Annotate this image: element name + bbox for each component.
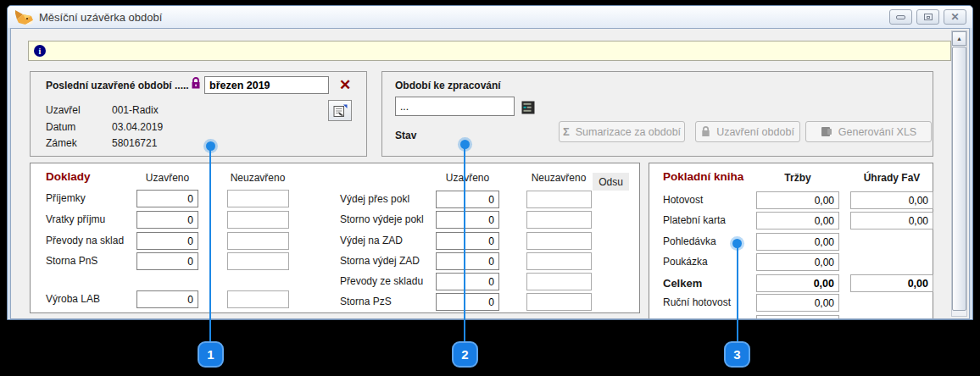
column-header-closed: Uzavřeno (136, 172, 198, 184)
open-count-field (227, 211, 289, 229)
lock-number-value: 58016721 (112, 137, 157, 149)
open-count-field (526, 273, 592, 290)
documents-title: Doklady (46, 170, 91, 183)
callout-dot-1 (206, 141, 215, 151)
closed-count-field (436, 293, 499, 311)
open-count-field (227, 252, 289, 270)
close-icon: ✕ (950, 12, 959, 22)
row-label: Storna PzS (340, 296, 392, 307)
period-list-icon (521, 101, 535, 114)
info-bar: i (28, 41, 951, 61)
closed-count-field (136, 290, 198, 308)
row-label: Pohledávka (663, 235, 716, 247)
sales-total-field (756, 274, 839, 292)
info-icon: i (34, 45, 46, 57)
arrow-up-icon: ▲ (956, 36, 962, 41)
row-label: Výdej na ZAD (340, 235, 403, 246)
row-label: Poukázka (663, 256, 708, 268)
row-label: Vratky příjmu (46, 213, 105, 225)
open-count-field (526, 293, 592, 311)
row-label: Výroba LAB (46, 293, 100, 305)
closed-count-field (136, 211, 198, 229)
sigma-icon: Σ (563, 125, 570, 138)
vertical-scrollbar[interactable]: ▲ (951, 30, 967, 317)
documents-panel: Doklady Uzavřeno Neuzavřeno Uzavřeno Neu… (30, 163, 640, 313)
close-period-button[interactable]: Uzavření období (695, 121, 800, 142)
closed-count-field (436, 273, 499, 290)
generate-xls-button-label: Generování XLS (838, 126, 916, 138)
invoices-amount-field (850, 212, 933, 229)
row-label: Převody na sklad (46, 235, 124, 246)
column-header-invoices: Úhrady FaV (850, 172, 933, 184)
last-period-input[interactable] (204, 76, 329, 94)
date-label: Datum (46, 121, 75, 133)
gray-lock-icon (701, 126, 710, 137)
closed-count-field (136, 190, 198, 207)
last-closed-period-group: Poslední uzavřené období ..... ✕ Uzavřel (30, 71, 367, 157)
row-label: Storna PnS (46, 255, 97, 267)
scrollbar-up-button[interactable]: ▲ (952, 31, 966, 46)
maximize-icon (924, 14, 933, 20)
app-window: Měsíční uzávěrka období ✕ i ▲ Poslední u… (7, 5, 973, 320)
closed-count-field (436, 191, 499, 208)
row-label: Ruční hotovost (663, 296, 731, 308)
window-title: Měsíční uzávěrka období (39, 11, 162, 24)
callout-line-3 (737, 243, 738, 342)
row-label: Hotovost (663, 194, 703, 206)
cash-book-title: Pokladní kniha (663, 170, 743, 183)
summarize-period-button[interactable]: Σ Sumarizace za období (559, 121, 685, 142)
column-header-closed-2: Uzavřeno (436, 172, 499, 184)
column-header-sales: Tržby (756, 172, 839, 184)
total-row-label: Celkem (663, 277, 702, 290)
title-bar: Měsíční uzávěrka období ✕ (8, 6, 972, 28)
odsun-button[interactable]: Odsu (593, 173, 629, 191)
invoices-total-field (850, 274, 933, 292)
closed-count-field (436, 232, 499, 250)
sales-amount-field (756, 191, 839, 209)
callout-line-1 (209, 146, 211, 342)
closed-count-field (436, 211, 499, 229)
properties-button[interactable] (328, 100, 352, 121)
open-count-field (227, 232, 289, 250)
closed-count-field (136, 252, 198, 270)
cash-book-panel: Pokladní kniha Tržby Úhrady FaV Hotovost… (649, 163, 933, 319)
row-label: Platební karta (663, 214, 726, 226)
callout-dot-3 (732, 239, 742, 248)
callout-badge-2: 2 (452, 341, 478, 368)
row-label: Storna výdej ZAD (340, 255, 420, 267)
open-count-field (526, 191, 592, 208)
closed-count-field (136, 232, 198, 250)
closed-count-field (436, 252, 499, 270)
minimize-button[interactable] (889, 9, 912, 25)
processing-period-label: Období ke zpracování (395, 80, 501, 91)
closed-by-label: Uzavřel (46, 104, 81, 116)
sales-amount-field (756, 315, 839, 319)
open-count-field (227, 190, 289, 207)
maximize-button[interactable] (916, 9, 939, 25)
last-period-label: Poslední uzavřené období ..... (46, 80, 189, 91)
open-count-field (526, 211, 592, 229)
lock-icon (191, 77, 201, 90)
period-picker-button[interactable] (520, 99, 537, 115)
sales-amount-field (756, 233, 839, 251)
open-count-field (526, 232, 592, 250)
client-area: i ▲ Poslední uzavřené období ..... ✕ (10, 28, 970, 319)
callout-line-2 (464, 144, 465, 342)
generate-xls-button[interactable]: Generování XLS (805, 121, 932, 142)
column-header-open: Neuzavřeno (224, 172, 292, 184)
scrollbar-thumb[interactable] (952, 47, 966, 311)
invoices-amount-field (850, 191, 933, 209)
sales-amount-field (756, 294, 839, 312)
closed-by-value: 001-Radix (112, 104, 159, 116)
close-button[interactable]: ✕ (944, 9, 966, 25)
foxpro-app-icon (14, 9, 34, 25)
callout-badge-3: 3 (724, 341, 750, 368)
close-period-button-label: Uzavření období (716, 126, 794, 138)
status-label: Stav (395, 130, 416, 141)
processing-period-input[interactable] (395, 97, 515, 116)
row-label: Ruční pl. karta (663, 318, 728, 319)
row-label: Příjemky (46, 192, 86, 204)
sales-amount-field (756, 253, 839, 271)
sales-amount-field (756, 212, 839, 229)
clear-period-icon[interactable]: ✕ (339, 78, 351, 92)
